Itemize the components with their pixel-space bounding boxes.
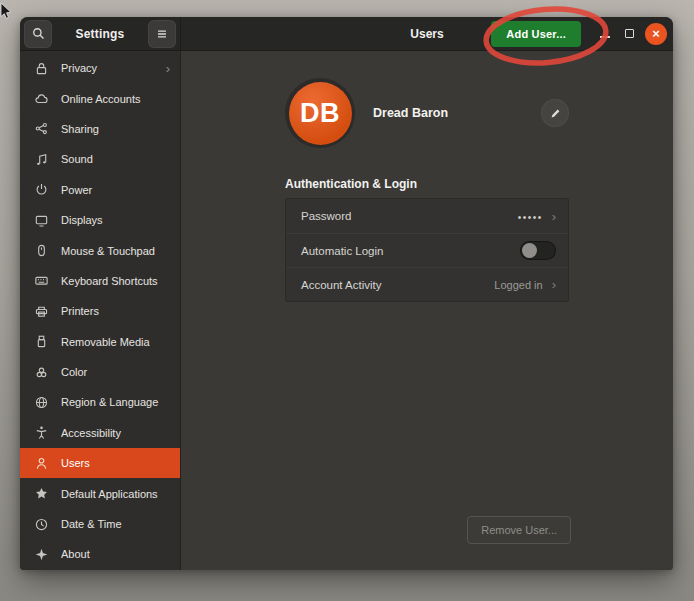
sidebar-item-mouse-touchpad[interactable]: Mouse & Touchpad [20,235,180,265]
user-name: Dread Baron [373,106,541,120]
automatic-login-label: Automatic Login [301,245,520,257]
profile-header: DB Dread Baron [285,78,569,148]
person-icon [34,456,49,471]
sidebar-item-label: Default Applications [61,488,170,500]
sidebar-item-label: Power [61,184,170,196]
sidebar-item-about[interactable]: About [20,539,180,569]
sidebar-item-label: Region & Language [61,396,170,408]
chevron-right-icon: › [552,209,556,224]
sidebar-item-label: Color [61,366,170,378]
sidebar-item-label: Keyboard Shortcuts [61,275,170,287]
sidebar-item-sharing[interactable]: Sharing [20,114,180,144]
cloud-icon [34,91,49,106]
search-button[interactable] [24,20,52,48]
remove-user-button[interactable]: Remove User... [467,516,571,544]
sidebar-item-power[interactable]: Power [20,175,180,205]
usb-icon [34,334,49,349]
headerbar: Settings Users Add User... × [20,17,673,51]
account-activity-label: Account Activity [301,279,494,291]
sidebar-item-users[interactable]: Users [20,448,180,478]
sidebar-item-label: Users [61,457,170,469]
minimize-button[interactable] [593,20,617,48]
users-panel: DB Dread Baron Authentication & Login Pa… [181,51,673,570]
maximize-button[interactable] [617,20,641,48]
sidebar-item-label: Sound [61,153,170,165]
sidebar: Privacy › Online Accounts Sharing Sound [20,51,181,570]
menu-button[interactable] [148,20,176,48]
app-title: Settings [76,27,125,41]
power-icon [34,182,49,197]
pencil-icon [549,107,562,120]
sidebar-item-label: Sharing [61,123,170,135]
sidebar-item-label: Printers [61,305,170,317]
edit-name-button[interactable] [541,99,569,127]
search-icon [31,26,46,41]
window-controls: × [593,20,667,48]
sidebar-item-region-language[interactable]: Region & Language [20,387,180,417]
password-label: Password [301,210,518,222]
clock-icon [34,517,49,532]
password-row[interactable]: Password ••••• › [286,199,568,233]
sidebar-item-label: Removable Media [61,336,170,348]
star-icon [34,486,49,501]
maximize-icon [625,29,634,38]
keyboard-icon [34,273,49,288]
sidebar-item-default-applications[interactable]: Default Applications [20,478,180,508]
sidebar-item-color[interactable]: Color [20,357,180,387]
auth-rows: Password ••••• › Automatic Login Account… [285,198,569,302]
sidebar-item-label: Date & Time [61,518,170,530]
close-button[interactable]: × [645,23,667,45]
mouse-icon [34,243,49,258]
lock-icon [34,61,49,76]
avatar-ring: DB [285,78,355,148]
printer-icon [34,304,49,319]
starburst-icon [34,547,49,562]
avatar: DB [289,82,352,145]
chevron-right-icon: › [166,61,170,76]
desktop: Settings Users Add User... × [0,0,694,601]
settings-window: Settings Users Add User... × [20,17,673,570]
sidebar-item-printers[interactable]: Printers [20,296,180,326]
color-icon [34,365,49,380]
sidebar-item-label: Displays [61,214,170,226]
account-activity-row[interactable]: Account Activity Logged in › [286,267,568,301]
share-icon [34,121,49,136]
sidebar-item-label: Accessibility [61,427,170,439]
sidebar-item-displays[interactable]: Displays [20,205,180,235]
accessibility-icon [34,425,49,440]
sidebar-item-sound[interactable]: Sound [20,144,180,174]
sidebar-item-label: Mouse & Touchpad [61,245,170,257]
music-note-icon [34,152,49,167]
sidebar-item-label: About [61,548,170,560]
close-icon: × [652,27,660,40]
sidebar-item-accessibility[interactable]: Accessibility [20,418,180,448]
headerbar-left: Settings [20,17,181,50]
sidebar-item-online-accounts[interactable]: Online Accounts [20,83,180,113]
password-value: ••••• [518,212,543,223]
automatic-login-toggle[interactable] [520,241,556,260]
sidebar-item-label: Online Accounts [61,93,170,105]
sidebar-item-keyboard-shortcuts[interactable]: Keyboard Shortcuts [20,266,180,296]
toggle-knob [522,243,537,258]
auth-section-title: Authentication & Login [285,177,569,191]
sidebar-item-label: Privacy [61,62,166,74]
display-icon [34,213,49,228]
minimize-icon [600,36,610,38]
globe-icon [34,395,49,410]
add-user-button[interactable]: Add User... [491,21,581,47]
account-activity-value: Logged in [494,279,542,291]
automatic-login-row: Automatic Login [286,233,568,267]
headerbar-right: Users Add User... × [181,17,673,50]
sidebar-item-privacy[interactable]: Privacy › [20,53,180,83]
sidebar-item-date-time[interactable]: Date & Time [20,509,180,539]
sidebar-item-removable-media[interactable]: Removable Media [20,327,180,357]
hamburger-icon [155,27,169,41]
mouse-cursor-icon [0,3,14,23]
chevron-right-icon: › [552,277,556,292]
